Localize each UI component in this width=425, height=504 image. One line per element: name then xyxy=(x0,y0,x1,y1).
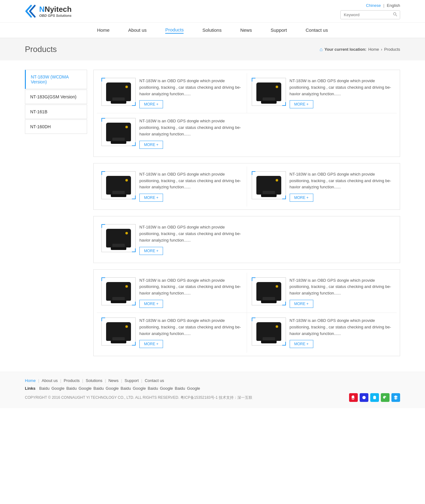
logo: NNyitech OBD GPS Solutions xyxy=(25,4,72,19)
product-image-wrapper xyxy=(101,224,136,252)
footer-link[interactable]: Baidu xyxy=(39,386,49,391)
more-button[interactable]: MORE + xyxy=(139,141,163,149)
more-button[interactable]: MORE + xyxy=(139,100,163,108)
product-row-2: NT-183W is an OBD GPS dongle which provi… xyxy=(97,113,397,153)
footer-link[interactable]: Baidu xyxy=(120,386,131,391)
product-info: NT-183W is an OBD GPS dongle which provi… xyxy=(139,224,242,255)
header-right: Chinese | English xyxy=(340,3,400,19)
footer-nav-news[interactable]: News xyxy=(108,378,119,383)
nav-contact[interactable]: Contact us xyxy=(306,27,328,33)
product-image-wrapper xyxy=(252,318,286,346)
product-item: NT-183W is an OBD GPS dongle which provi… xyxy=(97,219,247,259)
search-input[interactable] xyxy=(341,11,390,19)
footer: Home | About us | Products | Solutions |… xyxy=(0,372,425,408)
page-title: Products xyxy=(25,45,57,54)
nav-support[interactable]: Support xyxy=(271,27,287,33)
svg-line-1 xyxy=(396,15,397,16)
more-button[interactable]: MORE + xyxy=(139,194,163,202)
footer-nav-home[interactable]: Home xyxy=(25,378,36,383)
search-button[interactable] xyxy=(390,11,400,19)
product-info: NT-183W is an OBD GPS dongle which provi… xyxy=(290,171,392,202)
product-image-wrapper xyxy=(252,78,286,106)
product-image-wrapper xyxy=(101,78,136,106)
home-icon: ⌂ xyxy=(320,47,323,52)
product-item: NT-183W is an OBD GPS dongle which provi… xyxy=(247,273,397,313)
product-image xyxy=(106,176,131,195)
breadcrumb-current: Products xyxy=(384,47,400,52)
footer-nav-support[interactable]: Support xyxy=(124,378,139,383)
copyright: COPYRIGHT © 2016 CONNAUGHT YI TECHNOLOGY… xyxy=(25,395,252,400)
lang-chinese[interactable]: Chinese xyxy=(366,3,381,8)
weibo-icon[interactable] xyxy=(349,393,358,402)
product-row-3: NT-183W is an OBD GPS dongle which provi… xyxy=(97,167,397,206)
footer-link[interactable]: Google xyxy=(106,386,119,391)
footer-link[interactable]: Google xyxy=(133,386,146,391)
footer-nav-about[interactable]: About us xyxy=(42,378,58,383)
sidebar-item-nt161b[interactable]: NT-161B xyxy=(25,105,87,119)
more-button[interactable]: MORE + xyxy=(290,300,313,308)
footer-link[interactable]: Google xyxy=(160,386,173,391)
product-image xyxy=(256,82,281,101)
product-description: NT-183W is an OBD GPS dongle which provi… xyxy=(139,277,242,297)
sidebar-item-nt183w[interactable]: NT-183W (WCDMA Version) xyxy=(25,70,87,89)
product-group-3: NT-183W is an OBD GPS dongle which provi… xyxy=(93,216,400,263)
footer-link[interactable]: Baidu xyxy=(66,386,77,391)
more-button[interactable]: MORE + xyxy=(139,247,163,255)
logo-icon xyxy=(25,4,38,19)
footer-bottom: COPYRIGHT © 2016 CONNAUGHT YI TECHNOLOGY… xyxy=(25,393,400,402)
footer-nav-products[interactable]: Products xyxy=(64,378,80,383)
product-item: NT-183W is an OBD GPS dongle which provi… xyxy=(97,167,247,206)
more-button[interactable]: MORE + xyxy=(290,194,313,202)
baidu-icon[interactable] xyxy=(360,393,368,402)
footer-nav-solutions[interactable]: Solutions xyxy=(86,378,102,383)
product-info: NT-183W is an OBD GPS dongle which provi… xyxy=(139,171,242,202)
nav-home[interactable]: Home xyxy=(97,27,110,33)
nav-solutions[interactable]: Solutions xyxy=(202,27,222,33)
product-image-wrapper xyxy=(252,277,286,305)
product-image xyxy=(106,123,131,141)
nav-products[interactable]: Products xyxy=(165,27,184,34)
wechat-icon[interactable] xyxy=(381,393,390,402)
product-info: NT-183W is an OBD GPS dongle which provi… xyxy=(139,277,242,308)
product-description: NT-183W is an OBD GPS dongle which provi… xyxy=(139,118,242,137)
breadcrumb-home[interactable]: Home xyxy=(368,47,379,52)
footer-link[interactable]: Google xyxy=(78,386,91,391)
footer-link[interactable]: Baidu xyxy=(93,386,104,391)
product-info: NT-183W is an OBD GPS dongle which provi… xyxy=(139,118,242,148)
product-row-6: NT-183W is an OBD GPS dongle which provi… xyxy=(97,313,397,353)
logo-sub: OBD GPS Solutions xyxy=(39,14,72,17)
product-item: NT-183W is an OBD GPS dongle which provi… xyxy=(97,113,247,153)
product-item: NT-183W is an OBD GPS dongle which provi… xyxy=(247,167,397,206)
product-item: NT-183W is an OBD GPS dongle which provi… xyxy=(247,313,397,353)
nav-about[interactable]: About us xyxy=(128,27,147,33)
footer-nav-contact[interactable]: Contact us xyxy=(145,378,164,383)
footer-link[interactable]: Google xyxy=(51,386,64,391)
product-image-wrapper xyxy=(252,171,286,199)
more-button[interactable]: MORE + xyxy=(139,340,163,348)
product-description: NT-183W is an OBD GPS dongle which provi… xyxy=(139,78,242,97)
sidebar-item-nt160dh[interactable]: NT-160DH xyxy=(25,120,87,134)
product-description: NT-183W is an OBD GPS dongle which provi… xyxy=(139,318,242,337)
sidebar-item-nt183g[interactable]: NT-183G(GSM Version) xyxy=(25,90,87,104)
more-button[interactable]: MORE + xyxy=(290,340,313,348)
more-button[interactable]: MORE + xyxy=(290,100,313,108)
qq-icon[interactable] xyxy=(370,393,379,402)
breadcrumb-banner: Products ⌂ Your current location: Home ›… xyxy=(0,38,425,60)
footer-link[interactable]: Baidu xyxy=(175,386,185,391)
footer-link[interactable]: Google xyxy=(187,386,200,391)
svg-point-2 xyxy=(362,396,366,399)
search-icon xyxy=(393,12,397,16)
other-icon[interactable] xyxy=(391,393,400,402)
product-row-5: NT-183W is an OBD GPS dongle which provi… xyxy=(97,273,397,313)
footer-link[interactable]: Baidu xyxy=(148,386,158,391)
product-info: NT-183W is an OBD GPS dongle which provi… xyxy=(290,318,392,348)
more-button[interactable]: MORE + xyxy=(139,300,163,308)
products-area: NT-183W is an OBD GPS dongle which provi… xyxy=(93,70,400,362)
footer-nav: Home | About us | Products | Solutions |… xyxy=(25,378,400,383)
product-info: NT-183W is an OBD GPS dongle which provi… xyxy=(139,78,242,108)
sidebar: NT-183W (WCDMA Version) NT-183G(GSM Vers… xyxy=(25,70,87,362)
lang-english[interactable]: English xyxy=(387,3,400,8)
product-image xyxy=(256,322,281,341)
nav-news[interactable]: News xyxy=(240,27,252,33)
product-image-wrapper xyxy=(101,118,136,146)
